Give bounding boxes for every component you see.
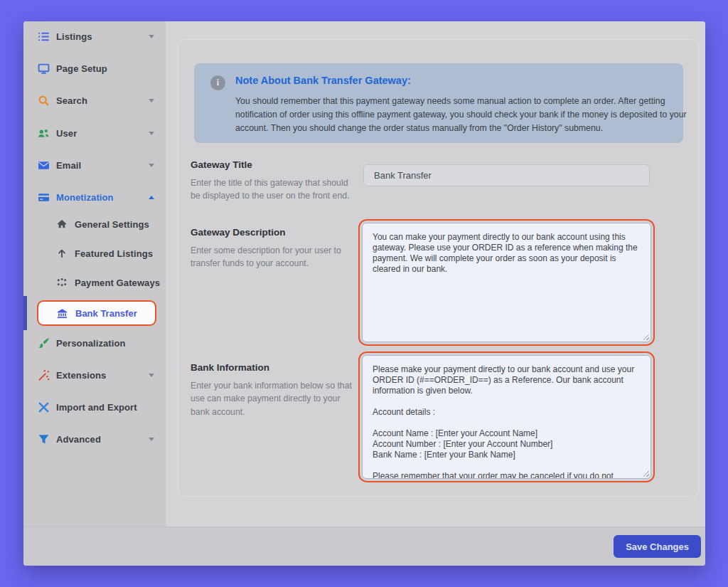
field-help-text: Enter some description for your user to …	[191, 244, 355, 270]
search-icon	[38, 95, 50, 107]
gateway-settings-card: Note About Bank Transfer Gateway: You sh…	[178, 39, 699, 497]
settings-footer: Save Changes	[23, 527, 705, 566]
sidebar-item-label: Email	[56, 160, 81, 171]
field-help-text: Enter the title of this gateway that sho…	[191, 176, 355, 203]
sidebar-item-personalization[interactable]: Personalization	[23, 330, 166, 356]
sidebar-item-search[interactable]: Search	[23, 88, 166, 113]
chevron-down-icon	[149, 99, 154, 102]
gateway-description-textarea[interactable]: You can make your payment directly to ou…	[362, 223, 651, 342]
field-label: Gateway Description	[191, 227, 355, 238]
credit-card-icon	[38, 191, 50, 203]
gateway-note-box: Note About Bank Transfer Gateway: You sh…	[194, 63, 683, 143]
gateway-nodes-icon	[57, 277, 67, 287]
sidebar-item-bank-transfer[interactable]: Bank Transfer	[37, 300, 156, 326]
sidebar-item-label: Import and Export	[56, 402, 137, 413]
list-icon	[38, 31, 50, 43]
sidebar-item-extensions[interactable]: Extensions	[23, 362, 166, 388]
users-icon	[38, 127, 50, 139]
sidebar-item-label: User	[56, 128, 77, 139]
sidebar-item-listings[interactable]: Listings	[23, 23, 166, 49]
sidebar-item-label: Personalization	[56, 338, 126, 349]
sidebar-item-monetization[interactable]: Monetization	[23, 184, 166, 210]
filter-icon	[38, 433, 50, 445]
settings-sidebar: Listings Page Setup Search User	[23, 21, 166, 527]
chevron-up-icon	[149, 196, 154, 199]
magic-wand-icon	[38, 369, 50, 381]
bank-information-highlight: Please make your payment directly to our…	[362, 355, 651, 479]
sidebar-item-label: Featured Listings	[75, 248, 153, 259]
gateway-description-highlight: You can make your payment directly to ou…	[362, 223, 651, 342]
sidebar-item-featured-listings[interactable]: Featured Listings	[23, 240, 166, 266]
bank-information-label-block: Bank Information Enter your bank informa…	[191, 362, 355, 418]
sidebar-item-payment-gateways[interactable]: Payment Gateways	[23, 270, 166, 295]
sidebar-item-import-export[interactable]: Import and Export	[23, 394, 166, 420]
gateway-description-label-block: Gateway Description Enter some descripti…	[191, 227, 355, 270]
field-help-text: Enter your bank information below so tha…	[191, 379, 355, 418]
sidebar-item-label: Search	[56, 95, 87, 106]
save-changes-button[interactable]: Save Changes	[614, 535, 701, 558]
sidebar-item-label: Extensions	[56, 370, 106, 381]
active-item-indicator	[23, 296, 27, 330]
sidebar-item-label: Advanced	[56, 434, 101, 445]
resize-handle-icon[interactable]	[642, 470, 649, 477]
tools-icon	[38, 401, 50, 413]
gateway-title-label-block: Gateway Title Enter the title of this ga…	[191, 159, 355, 203]
sidebar-item-label: Payment Gateways	[75, 277, 160, 288]
sidebar-item-general-settings[interactable]: General Settings	[23, 211, 166, 237]
settings-window: Listings Page Setup Search User	[23, 21, 705, 566]
chevron-down-icon	[149, 164, 154, 167]
chevron-down-icon	[149, 132, 154, 135]
monitor-icon	[38, 63, 50, 75]
brush-icon	[38, 337, 50, 349]
sidebar-item-label: General Settings	[75, 219, 149, 230]
sidebar-item-label: Monetization	[56, 192, 114, 203]
bank-information-textarea[interactable]: Please make your payment directly to our…	[362, 355, 651, 479]
home-icon	[57, 219, 67, 229]
info-icon	[210, 75, 225, 90]
arrow-up-icon	[57, 248, 67, 258]
sidebar-item-label: Bank Transfer	[75, 308, 137, 319]
sidebar-item-user[interactable]: User	[23, 120, 166, 146]
sidebar-item-page-setup[interactable]: Page Setup	[23, 55, 166, 81]
settings-content: Note About Bank Transfer Gateway: You sh…	[166, 21, 705, 527]
field-label: Gateway Title	[191, 159, 355, 170]
field-label: Bank Information	[191, 362, 355, 373]
bank-icon	[57, 308, 68, 319]
sidebar-item-advanced[interactable]: Advanced	[23, 426, 166, 452]
sidebar-item-email[interactable]: Email	[23, 152, 166, 178]
sidebar-item-label: Listings	[56, 31, 92, 42]
chevron-down-icon	[149, 374, 154, 377]
note-title: Note About Bank Transfer Gateway:	[235, 75, 411, 86]
gateway-title-input[interactable]	[363, 164, 650, 186]
chevron-down-icon	[149, 438, 154, 441]
note-body: You should remember that this payment ga…	[235, 95, 690, 135]
sidebar-item-label: Page Setup	[56, 63, 107, 74]
resize-handle-icon[interactable]	[642, 333, 649, 340]
email-icon	[38, 159, 50, 171]
chevron-down-icon	[149, 35, 154, 38]
